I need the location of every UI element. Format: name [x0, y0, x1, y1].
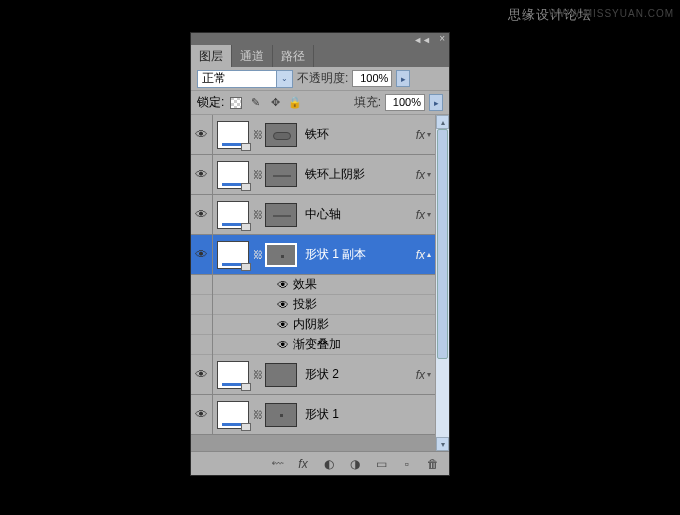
fx-expand-icon[interactable]: ▾: [427, 210, 431, 219]
layer-name[interactable]: 铁环: [301, 126, 416, 143]
collapse-icon[interactable]: ◄◄: [413, 35, 431, 45]
layer-row[interactable]: 👁 ⛓ 形状 2 fx ▾: [191, 355, 435, 395]
layer-mask-icon[interactable]: ◐: [321, 457, 337, 471]
visibility-eye-icon[interactable]: 👁: [195, 207, 208, 222]
fx-expand-icon[interactable]: ▾: [427, 170, 431, 179]
layer-thumbnail[interactable]: [217, 401, 249, 429]
visibility-eye-icon[interactable]: 👁: [195, 247, 208, 262]
fx-expand-icon[interactable]: ▾: [427, 370, 431, 379]
layer-row[interactable]: 👁 ⛓ 中心轴 fx ▾: [191, 195, 435, 235]
effect-row[interactable]: 👁 渐变叠加: [191, 335, 435, 355]
layer-name[interactable]: 形状 2: [301, 366, 416, 383]
scroll-track[interactable]: [436, 129, 449, 437]
fill-label: 填充:: [354, 94, 381, 111]
new-layer-icon[interactable]: ▫: [399, 457, 415, 471]
fx-collapse-icon[interactable]: ▴: [427, 250, 431, 259]
trash-icon[interactable]: 🗑: [425, 457, 441, 471]
panel-footer: ⬳ fx ◐ ◑ ▭ ▫ 🗑: [191, 451, 449, 475]
layers-list: 👁 ⛓ 铁环 fx ▾ 👁 ⛓ 铁环上阴影 fx ▾ 👁 ⛓: [191, 115, 435, 451]
layer-thumbnail[interactable]: [217, 161, 249, 189]
visibility-eye-icon[interactable]: 👁: [195, 407, 208, 422]
vector-mask-thumbnail[interactable]: [265, 123, 297, 147]
watermark-url: WWW.MISSYUAN.COM: [549, 8, 674, 19]
blend-mode-value: 正常: [202, 70, 226, 87]
visibility-eye-icon[interactable]: 👁: [273, 298, 293, 312]
layer-row-selected[interactable]: 👁 ⛓ 形状 1 副本 fx ▴: [191, 235, 435, 275]
opacity-input[interactable]: 100%: [352, 70, 392, 87]
link-icon: ⛓: [253, 209, 261, 220]
layer-row[interactable]: 👁 ⛓ 铁环上阴影 fx ▾: [191, 155, 435, 195]
layer-name[interactable]: 铁环上阴影: [301, 166, 416, 183]
layer-thumbnail[interactable]: [217, 201, 249, 229]
vector-badge-icon: [241, 423, 251, 431]
link-icon: ⛓: [253, 169, 261, 180]
visibility-eye-icon[interactable]: 👁: [195, 367, 208, 382]
link-icon: ⛓: [253, 129, 261, 140]
link-icon: ⛓: [253, 249, 261, 260]
scroll-thumb[interactable]: [437, 129, 448, 359]
layers-panel: ◄◄ × 图层 通道 路径 正常 ⌄ 不透明度: 100% ▸ 锁定: ✎ ✥ …: [190, 32, 450, 476]
layer-name[interactable]: 中心轴: [301, 206, 416, 223]
vector-mask-thumbnail[interactable]: [265, 403, 297, 427]
visibility-eye-icon[interactable]: 👁: [195, 127, 208, 142]
vector-badge-icon: [241, 143, 251, 151]
fx-badge[interactable]: fx: [416, 128, 425, 142]
effect-row[interactable]: 👁 投影: [191, 295, 435, 315]
tab-channels[interactable]: 通道: [232, 45, 273, 67]
vector-badge-icon: [241, 383, 251, 391]
panel-tabs: 图层 通道 路径: [191, 45, 449, 67]
scrollbar[interactable]: ▴ ▾: [435, 115, 449, 451]
vector-mask-thumbnail[interactable]: [265, 243, 297, 267]
fx-badge[interactable]: fx: [416, 368, 425, 382]
lock-transparency-icon[interactable]: [230, 97, 242, 109]
effect-header-row[interactable]: 👁 效果: [191, 275, 435, 295]
link-layers-icon[interactable]: ⬳: [269, 457, 285, 471]
layer-thumbnail[interactable]: [217, 241, 249, 269]
adjustment-layer-icon[interactable]: ◑: [347, 457, 363, 471]
visibility-eye-icon[interactable]: 👁: [273, 278, 293, 292]
group-icon[interactable]: ▭: [373, 457, 389, 471]
effect-row[interactable]: 👁 内阴影: [191, 315, 435, 335]
effect-name: 内阴影: [293, 316, 329, 333]
fx-badge[interactable]: fx: [416, 208, 425, 222]
fx-badge[interactable]: fx: [416, 248, 425, 262]
vector-mask-thumbnail[interactable]: [265, 203, 297, 227]
lock-brush-icon[interactable]: ✎: [248, 96, 262, 110]
layer-style-icon[interactable]: fx: [295, 457, 311, 471]
tab-layers[interactable]: 图层: [191, 45, 232, 67]
vector-badge-icon: [241, 183, 251, 191]
fx-badge[interactable]: fx: [416, 168, 425, 182]
scroll-up-icon[interactable]: ▴: [436, 115, 449, 129]
layer-thumbnail[interactable]: [217, 361, 249, 389]
layer-name[interactable]: 形状 1 副本: [301, 246, 416, 263]
vector-mask-thumbnail[interactable]: [265, 363, 297, 387]
blend-mode-select[interactable]: 正常 ⌄: [197, 70, 293, 88]
opacity-label: 不透明度:: [297, 70, 348, 87]
visibility-eye-icon[interactable]: 👁: [195, 167, 208, 182]
vector-mask-thumbnail[interactable]: [265, 163, 297, 187]
lock-row: 锁定: ✎ ✥ 🔒 填充: 100% ▸: [191, 91, 449, 115]
effects-label: 效果: [293, 276, 317, 293]
scroll-down-icon[interactable]: ▾: [436, 437, 449, 451]
lock-all-icon[interactable]: 🔒: [288, 96, 302, 110]
lock-icons: ✎ ✥ 🔒: [230, 96, 302, 110]
layer-name[interactable]: 形状 1: [301, 406, 431, 423]
lock-label: 锁定:: [197, 94, 224, 111]
fill-slider-button[interactable]: ▸: [429, 94, 443, 111]
link-icon: ⛓: [253, 369, 261, 380]
visibility-eye-icon[interactable]: 👁: [273, 338, 293, 352]
layers-area: 👁 ⛓ 铁环 fx ▾ 👁 ⛓ 铁环上阴影 fx ▾ 👁 ⛓: [191, 115, 449, 451]
effect-name: 投影: [293, 296, 317, 313]
layer-thumbnail[interactable]: [217, 121, 249, 149]
visibility-eye-icon[interactable]: 👁: [273, 318, 293, 332]
fx-expand-icon[interactable]: ▾: [427, 130, 431, 139]
tab-paths[interactable]: 路径: [273, 45, 314, 67]
blend-row: 正常 ⌄ 不透明度: 100% ▸: [191, 67, 449, 91]
lock-move-icon[interactable]: ✥: [268, 96, 282, 110]
effect-name: 渐变叠加: [293, 336, 341, 353]
opacity-slider-button[interactable]: ▸: [396, 70, 410, 87]
fill-input[interactable]: 100%: [385, 94, 425, 111]
layer-row[interactable]: 👁 ⛓ 形状 1: [191, 395, 435, 435]
close-icon[interactable]: ×: [439, 33, 445, 44]
layer-row[interactable]: 👁 ⛓ 铁环 fx ▾: [191, 115, 435, 155]
